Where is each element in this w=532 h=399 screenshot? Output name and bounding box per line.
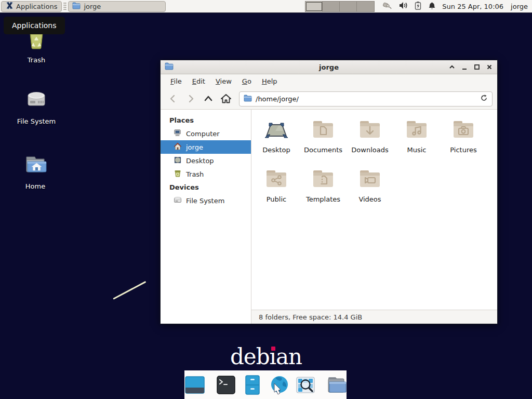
file-item-label: Videos (358, 195, 381, 203)
top-panel: Applications jorge Sun 25 Apr, 10:06 jor… (0, 0, 532, 13)
file-item-desktop[interactable]: Desktop (253, 115, 300, 164)
close-button[interactable] (486, 63, 493, 71)
menu-view[interactable]: View (211, 75, 236, 87)
path-text: /home/jorge/ (256, 95, 476, 103)
menubar: File Edit View Go Help (161, 74, 497, 88)
menu-go[interactable]: Go (237, 75, 256, 87)
desktop-artifact-line (113, 281, 146, 300)
file-item-label: Downloads (351, 146, 388, 154)
sidebar-item-home[interactable]: jorge (161, 140, 251, 154)
reload-icon[interactable] (480, 94, 488, 103)
forward-button[interactable] (183, 91, 198, 107)
window-titlebar[interactable]: jorge (161, 60, 497, 74)
file-manager-button[interactable] (242, 374, 263, 396)
templates-folder-icon (311, 166, 336, 193)
sidebar-item-label: jorge (186, 143, 203, 151)
file-item-music[interactable]: Music (393, 115, 440, 164)
workspace-2[interactable] (323, 2, 340, 11)
desktop-icon-label: Home (25, 182, 45, 190)
web-browser-button[interactable] (268, 374, 290, 396)
volume-icon[interactable] (399, 2, 408, 11)
menu-edit[interactable]: Edit (188, 75, 210, 87)
sidebar-item-label: Computer (186, 130, 220, 138)
system-tray (382, 1, 436, 11)
applications-menu-button[interactable]: Applications (1, 1, 62, 12)
workspace-switcher[interactable] (305, 1, 375, 12)
statusbar: 8 folders, Free space: 14.4 GiB (251, 310, 497, 324)
sidebar-item-trash[interactable]: Trash (161, 167, 251, 181)
file-item-label: Music (407, 146, 427, 154)
desktop-icon-filesystem[interactable]: File System (8, 87, 65, 125)
desktop-icon (174, 156, 182, 166)
file-item-downloads[interactable]: Downloads (347, 115, 393, 164)
file-item-videos[interactable]: Videos (347, 164, 393, 214)
directory-menu-button[interactable] (326, 374, 348, 396)
maximize-button[interactable] (473, 63, 481, 71)
minimize-button[interactable] (461, 63, 468, 71)
xfce-logo-icon (6, 2, 14, 11)
taskbar-window-button[interactable]: jorge (68, 1, 166, 12)
debian-logo-i: ı (270, 344, 276, 369)
sidebar-item-computer[interactable]: Computer (161, 127, 251, 140)
bell-icon[interactable] (428, 2, 436, 11)
debian-logo-text: an (276, 344, 302, 369)
file-manager-window: jorge File Edit View Go Help /home/jorge… (160, 60, 498, 324)
battery-icon[interactable] (415, 1, 421, 11)
application-finder-button[interactable] (295, 374, 316, 396)
file-item-label: Desktop (262, 146, 290, 154)
panel-clock[interactable]: Sun 25 Apr, 10:06 (442, 3, 503, 10)
shade-button[interactable] (448, 63, 456, 71)
window-title: jorge (161, 63, 497, 71)
desktop-icon-label: Trash (28, 56, 45, 64)
music-folder-icon (404, 117, 429, 143)
file-item-public[interactable]: Public (253, 164, 300, 214)
desktop-folder-icon (264, 117, 289, 143)
applications-menu-label: Applications (16, 3, 57, 10)
network-plug-icon[interactable] (382, 2, 392, 11)
sidebar-header-places: Places (161, 114, 251, 127)
file-item-documents[interactable]: Documents (300, 115, 347, 164)
sidebar-item-filesystem[interactable]: File System (161, 194, 251, 207)
sidebar-header-devices: Devices (161, 181, 251, 194)
file-item-label: Public (267, 195, 286, 203)
menu-help[interactable]: Help (257, 75, 282, 87)
applications-tooltip: Applications (4, 17, 65, 34)
desktop-icon-home[interactable]: Home (7, 152, 64, 190)
back-button[interactable] (165, 91, 181, 107)
path-entry[interactable]: /home/jorge/ (239, 91, 493, 107)
toolbar: /home/jorge/ (161, 88, 497, 110)
file-view[interactable]: Desktop Documents (251, 110, 497, 310)
terminal-button[interactable] (215, 374, 237, 396)
folder-icon (244, 95, 252, 103)
workspace-1[interactable] (305, 2, 323, 11)
documents-folder-icon (311, 117, 336, 143)
sidebar-item-label: Trash (186, 170, 204, 178)
public-folder-icon (264, 166, 289, 193)
main-pane: Desktop Documents (251, 110, 497, 324)
hard-drive-icon (24, 87, 49, 114)
bottom-dock (184, 370, 347, 399)
sidebar: Places Computer jorge Desktop Trash Devi… (161, 110, 251, 324)
downloads-folder-icon (357, 117, 382, 143)
hard-drive-icon (174, 196, 182, 206)
desktop-icon-label: File System (17, 117, 56, 125)
file-item-label: Documents (304, 146, 342, 154)
trash-icon (174, 169, 182, 179)
home-button[interactable] (218, 91, 234, 107)
panel-username[interactable]: jorge (511, 3, 528, 10)
file-item-templates[interactable]: Templates (300, 164, 347, 214)
pictures-folder-icon (451, 117, 476, 143)
panel-handle[interactable] (63, 2, 66, 10)
file-item-pictures[interactable]: Pictures (440, 115, 487, 164)
workspace-4[interactable] (357, 2, 374, 11)
up-button[interactable] (201, 91, 216, 107)
debian-logo-text: deb (230, 344, 270, 369)
show-desktop-button[interactable] (184, 374, 206, 396)
menu-file[interactable]: File (166, 75, 187, 87)
workspace-3[interactable] (340, 2, 357, 11)
folder-icon (72, 2, 81, 11)
file-item-label: Pictures (450, 146, 476, 154)
home-folder-icon (23, 152, 48, 179)
sidebar-item-desktop[interactable]: Desktop (161, 154, 251, 167)
computer-icon (174, 129, 182, 139)
